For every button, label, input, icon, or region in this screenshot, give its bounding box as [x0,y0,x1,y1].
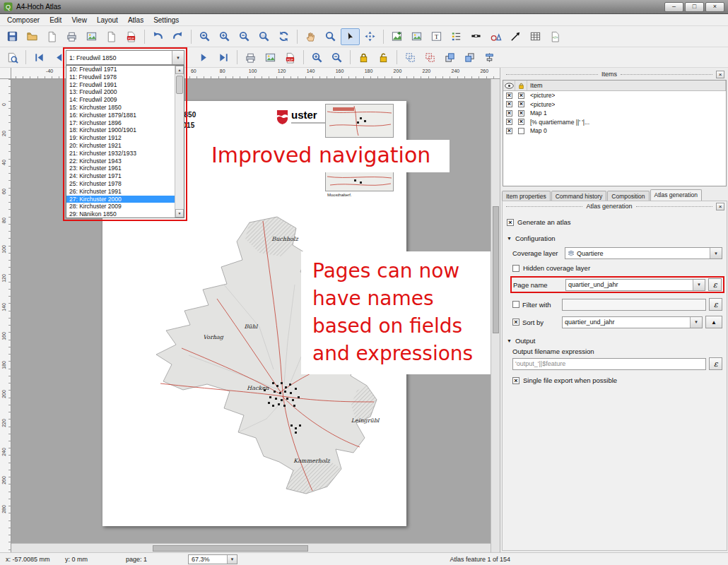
chevron-down-icon[interactable]: ▼ [693,280,705,290]
atlas-page-option[interactable]: 10: Freudwil 1971 [66,66,175,73]
scroll-up-icon[interactable]: ▲ [175,66,184,74]
atlas-panel-close-button[interactable]: × [716,203,724,210]
atlas-page-option[interactable]: 21: Kirchuster 1932/1933 [66,150,175,157]
atlas-page-option[interactable]: 19: Kirchuster 1912 [66,134,175,142]
filter-expression-input[interactable] [562,299,706,311]
tab-composition[interactable]: Composition [607,191,649,201]
item-visibility-checkbox[interactable]: × [506,110,512,117]
move-item-content-button[interactable] [360,28,380,45]
chevron-down-icon[interactable]: ▼ [690,317,702,328]
zoom-level-combobox[interactable]: 67.3% ▼ [188,554,237,564]
tab-atlas-generation[interactable]: Atlas generation [650,189,702,201]
atlas-page-option[interactable]: 17: Kirchuster 1896 [66,119,175,127]
atlas-page-option[interactable]: 23: Kirchuster 1961 [66,165,175,172]
atlas-page-option[interactable]: 24: Kirchuster 1971 [66,172,175,180]
item-visibility-checkbox[interactable]: × [506,101,512,107]
configuration-group-header[interactable]: ▼ Configuration [507,234,722,242]
output-filename-expression-button[interactable]: ε [709,357,722,370]
atlas-page-option[interactable]: 16: Kirchuster 1879/1881 [66,112,175,119]
raise-selected-items-button[interactable] [440,49,459,66]
add-shape-button[interactable] [486,28,505,45]
export-as-pdf-button[interactable]: PDF [122,28,141,45]
filter-with-checkbox[interactable] [512,301,519,308]
pan-composer-button[interactable] [301,28,320,45]
dropdown-scrollbar[interactable]: ▲ ▼ [175,66,184,218]
table-row[interactable]: ××<picture> [503,100,726,109]
page-name-expression-button[interactable]: ε [708,278,722,291]
item-lock-checkbox[interactable]: × [518,101,524,107]
lower-selected-items-button[interactable] [460,49,479,66]
zoom-actual-size-button[interactable]: 1:1 [254,28,274,45]
maximize-button[interactable]: □ [685,2,704,12]
ungroup-items-button[interactable] [421,49,440,66]
table-row[interactable]: ××[% quartiername ||' '|... [503,118,726,127]
page-name-combobox[interactable]: quartier_und_jahr ▼ [565,279,705,291]
redo-button[interactable] [168,28,187,45]
tab-command-history[interactable]: Command history [551,191,607,201]
menu-atlas[interactable]: Atlas [123,16,148,25]
generate-atlas-checkbox[interactable]: × [507,219,514,226]
atlas-page-option[interactable]: 27: Kirchuster 2000 [66,196,175,203]
sort-by-combobox[interactable]: quartier_und_jahr ▼ [562,316,703,328]
item-visibility-checkbox[interactable]: × [506,93,512,99]
zoom-in-secondary-button[interactable] [307,49,327,66]
atlas-page-option[interactable]: 13: Freudwil 2000 [66,88,175,96]
export-atlas-as-images-button[interactable] [261,49,280,66]
add-html-frame-button[interactable]: </> [546,28,565,45]
close-button[interactable]: × [705,2,724,12]
group-items-button[interactable] [401,49,420,66]
align-items-button[interactable] [480,49,499,66]
item-lock-checkbox[interactable]: × [518,110,524,117]
export-as-image-button[interactable] [82,28,101,45]
zoom-out-secondary-button[interactable] [327,49,346,66]
add-legend-button[interactable] [447,28,466,45]
output-group-header[interactable]: ▼ Output [507,337,722,345]
save-as-template-button[interactable] [42,28,61,45]
undo-button[interactable] [148,28,168,45]
add-image-button[interactable] [407,28,426,45]
unlock-all-items-button[interactable] [374,49,393,66]
sort-by-checkbox[interactable]: × [512,319,519,326]
lock-selected-items-button[interactable] [354,49,373,66]
zoom-tool-button[interactable] [321,28,340,45]
export-as-svg-button[interactable] [102,28,121,45]
canvas-horizontal-scrollbar[interactable] [11,543,491,552]
menu-view[interactable]: View [66,16,92,25]
add-label-button[interactable]: T [427,28,446,45]
atlas-page-option[interactable]: 28: Kirchuster 2009 [66,203,175,210]
select-move-item-button[interactable] [341,28,360,45]
item-visibility-checkbox[interactable]: × [506,128,512,134]
output-filename-input[interactable]: 'output_'||$feature [512,358,706,370]
preview-atlas-button[interactable] [3,49,22,66]
items-panel-close-button[interactable]: × [716,71,724,78]
coverage-layer-combobox[interactable]: Quartiere ▼ [565,247,722,259]
item-visibility-checkbox[interactable]: × [506,119,512,125]
table-row[interactable]: ××<picture> [503,91,726,100]
atlas-page-combobox[interactable]: 1: Freudwil 1850 ▼ [66,50,184,65]
menu-layout[interactable]: Layout [92,16,123,25]
export-atlas-as-pdf-button[interactable]: PDF [281,49,300,66]
print-atlas-button[interactable] [241,49,260,66]
atlas-page-option[interactable]: 25: Kirchuster 1978 [66,180,175,188]
atlas-page-option[interactable]: 26: Kirchuster 1991 [66,188,175,196]
atlas-page-option[interactable]: 12: Freudwil 1991 [66,81,175,89]
atlas-next-feature-button[interactable] [194,49,213,66]
atlas-page-option[interactable]: 14: Freudwil 2009 [66,96,175,104]
menu-composer[interactable]: Composer [2,16,45,25]
print-composition-button[interactable] [62,28,81,45]
item-lock-checkbox[interactable] [518,128,524,134]
menu-edit[interactable]: Edit [45,16,66,25]
menu-settings[interactable]: Settings [148,16,184,25]
open-template-button[interactable] [23,28,42,45]
hidden-coverage-layer-checkbox[interactable] [512,265,519,272]
atlas-first-feature-button[interactable] [30,49,49,66]
single-file-export-checkbox[interactable]: × [512,377,519,384]
atlas-last-feature-button[interactable] [214,49,233,66]
add-attribute-table-button[interactable] [526,28,545,45]
refresh-view-button[interactable] [274,28,293,45]
scroll-down-icon[interactable]: ▼ [175,209,184,218]
zoom-out-button[interactable] [235,28,254,45]
canvas-vertical-scrollbar[interactable] [491,79,500,552]
atlas-page-option[interactable]: 18: Kirchuster 1900/1901 [66,126,175,134]
table-row[interactable]: ×Map 0 [503,126,726,136]
